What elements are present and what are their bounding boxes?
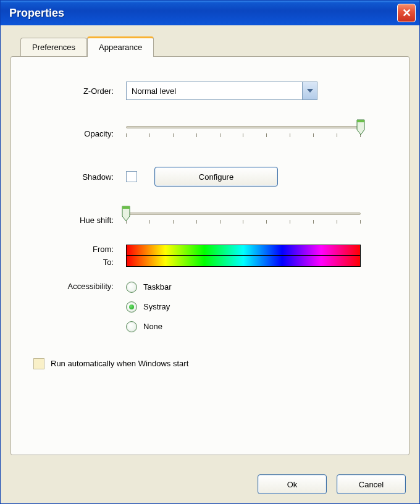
slider-ticks — [126, 220, 361, 224]
accessibility-radio-systray[interactable] — [126, 301, 137, 313]
shadow-checkbox[interactable] — [126, 171, 137, 182]
ok-button[interactable]: Ok — [258, 474, 327, 494]
accessibility-option-label: Systray — [143, 302, 170, 311]
hue-from-label: From: — [93, 245, 114, 255]
cancel-button[interactable]: Cancel — [337, 474, 406, 494]
properties-window: Properties ✕ Preferences Appearance Z-Or… — [0, 0, 420, 504]
tab-appearance[interactable]: Appearance — [87, 36, 154, 57]
accessibility-radio-taskbar[interactable] — [126, 282, 137, 293]
hueshift-slider-thumb[interactable] — [121, 205, 131, 222]
accessibility-radio-group: TaskbarSystrayNone — [126, 282, 387, 341]
client-area: Preferences Appearance Z-Order: Normal l… — [1, 25, 419, 465]
tab-strip: Preferences Appearance — [20, 36, 410, 57]
hueshift-label: Hue shift: — [33, 216, 126, 225]
slider-track — [126, 126, 361, 128]
opacity-label: Opacity: — [33, 129, 126, 138]
opacity-slider[interactable] — [126, 121, 361, 146]
autorun-checkbox[interactable] — [33, 358, 44, 369]
tab-panel-appearance: Z-Order: Normal level Opacity: — [10, 56, 410, 455]
accessibility-option-label: Taskbar — [143, 282, 172, 292]
accessibility-radio-none[interactable] — [126, 321, 137, 332]
close-button[interactable]: ✕ — [397, 4, 416, 22]
shadow-label: Shadow: — [33, 172, 126, 182]
titlebar[interactable]: Properties ✕ — [1, 1, 419, 25]
configure-button[interactable]: Configure — [154, 167, 278, 187]
hue-from-bar — [126, 245, 361, 256]
dialog-footer: Ok Cancel — [1, 465, 419, 503]
zorder-value: Normal level — [132, 86, 302, 96]
zorder-dropdown[interactable]: Normal level — [126, 82, 317, 100]
window-title: Properties — [9, 7, 397, 20]
accessibility-label: Accessibility: — [33, 282, 126, 291]
chevron-down-icon — [302, 82, 317, 99]
tab-preferences[interactable]: Preferences — [20, 38, 87, 58]
slider-ticks — [126, 133, 361, 137]
hue-to-label: To: — [103, 258, 114, 268]
close-icon: ✕ — [402, 6, 411, 20]
hueshift-slider[interactable] — [126, 208, 361, 232]
autorun-label: Run automatically when Windows start — [51, 359, 188, 368]
accessibility-option-label: None — [143, 322, 162, 331]
hue-to-bar — [126, 256, 361, 267]
opacity-slider-thumb[interactable] — [356, 119, 366, 136]
slider-track — [126, 212, 361, 215]
hue-from-to-labels: From: To: — [33, 245, 126, 268]
zorder-label: Z-Order: — [33, 86, 126, 96]
